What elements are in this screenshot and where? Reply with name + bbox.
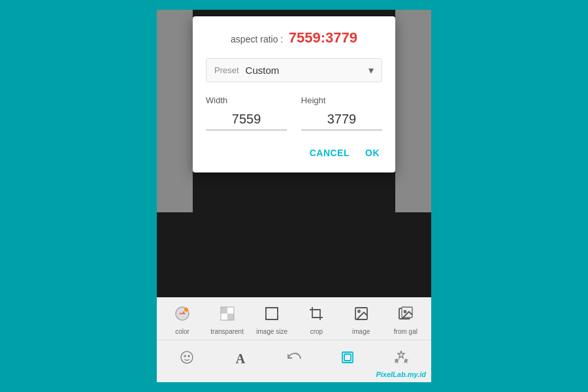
- preset-select-wrapper[interactable]: Custom ▾: [246, 64, 374, 76]
- preset-label: Preset: [214, 65, 239, 75]
- height-group: Height: [301, 95, 382, 131]
- gallery-icon: [398, 306, 414, 325]
- crop-icon: [308, 306, 324, 325]
- layers-icon: [340, 350, 355, 369]
- height-label: Height: [301, 95, 326, 105]
- dimensions-row: Width Height: [206, 95, 382, 131]
- phone-screen: aspect ratio : 7559:3779 Preset Custom ▾…: [157, 10, 431, 382]
- tool-color-label: color: [175, 328, 189, 335]
- tool-gallery[interactable]: from gal: [389, 306, 422, 335]
- svg-point-12: [181, 351, 193, 363]
- sticker-icon: [179, 350, 195, 369]
- image-size-icon: [264, 306, 280, 325]
- phone-container: aspect ratio : 7559:3779 Preset Custom ▾…: [157, 10, 431, 382]
- tool-transparent[interactable]: transparent: [210, 306, 244, 335]
- tool-sticker[interactable]: [171, 350, 203, 369]
- tool-image-size-label: image size: [256, 328, 287, 335]
- text-icon: A: [236, 351, 245, 367]
- svg-rect-10: [402, 307, 412, 318]
- ok-button[interactable]: OK: [363, 144, 382, 162]
- width-group: Width: [206, 95, 287, 131]
- svg-rect-3: [221, 314, 227, 320]
- preset-value: Custom: [246, 65, 280, 76]
- crop-dialog: aspect ratio : 7559:3779 Preset Custom ▾…: [193, 16, 395, 172]
- pixellab-watermark: PixelLab.my.id: [376, 370, 426, 378]
- tool-effects[interactable]: [385, 350, 417, 369]
- height-input[interactable]: [301, 109, 382, 131]
- svg-point-13: [184, 355, 186, 357]
- undo-icon: [286, 350, 302, 369]
- svg-point-14: [188, 355, 189, 357]
- tool-crop[interactable]: crop: [300, 306, 333, 335]
- svg-rect-4: [227, 314, 234, 320]
- preset-row[interactable]: Preset Custom ▾: [206, 58, 382, 82]
- svg-rect-2: [227, 307, 234, 314]
- tool-crop-label: crop: [310, 328, 323, 335]
- tool-image[interactable]: image: [345, 306, 378, 335]
- tool-gallery-label: from gal: [394, 328, 417, 335]
- aspect-ratio-row: aspect ratio : 7559:3779: [206, 29, 382, 46]
- effects-icon: [393, 350, 409, 369]
- svg-rect-1: [221, 307, 227, 314]
- aspect-ratio-label: aspect ratio :: [231, 34, 283, 44]
- color-icon: [174, 306, 190, 325]
- tool-image-label: image: [352, 328, 370, 335]
- tool-undo[interactable]: [278, 350, 310, 369]
- svg-rect-6: [266, 308, 278, 319]
- svg-point-8: [358, 310, 360, 312]
- chevron-down-icon: ▾: [368, 64, 374, 76]
- tool-color[interactable]: color: [166, 306, 199, 335]
- width-label: Width: [206, 95, 227, 105]
- bottom-toolbar: color transparent: [157, 297, 431, 382]
- tool-transparent-label: transparent: [210, 328, 244, 335]
- aspect-ratio-value: 7559:3779: [289, 29, 357, 46]
- tool-image-size[interactable]: image size: [255, 306, 288, 335]
- svg-point-0: [184, 308, 188, 312]
- svg-rect-16: [344, 354, 351, 361]
- toolbar-top-row: color transparent: [157, 297, 431, 340]
- transparent-icon: [220, 306, 235, 325]
- dialog-buttons: CANCEL OK: [206, 144, 382, 162]
- tool-text[interactable]: A: [224, 351, 257, 367]
- image-icon: [353, 306, 369, 325]
- tool-layers[interactable]: [331, 350, 364, 369]
- width-input[interactable]: [206, 109, 287, 131]
- cancel-button[interactable]: CANCEL: [307, 144, 352, 162]
